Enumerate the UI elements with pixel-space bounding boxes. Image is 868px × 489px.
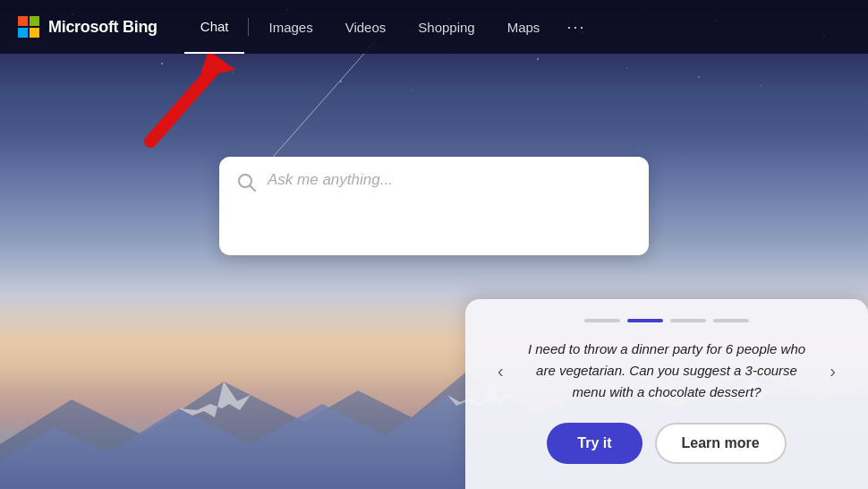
card-dot-2 [627, 319, 663, 322]
search-box[interactable]: Ask me anything... [219, 157, 649, 255]
card-prev-button[interactable]: ‹ [490, 357, 511, 385]
learn-more-button[interactable]: Learn more [655, 423, 787, 464]
logo-area[interactable]: Microsoft Bing [18, 16, 157, 38]
nav-item-shopping[interactable]: Shopping [402, 0, 490, 54]
card-next-button[interactable]: › [822, 357, 843, 385]
nav-item-chat[interactable]: Chat [184, 0, 245, 54]
card-content: ‹ I need to throw a dinner party for 6 p… [490, 339, 843, 403]
brand-name: Microsoft Bing [48, 18, 157, 37]
nav-item-videos[interactable]: Videos [329, 0, 403, 54]
nav-items: Chat Images Videos Shopping Maps ··· [184, 0, 597, 54]
card-dot-4 [713, 319, 749, 322]
nav-more-button[interactable]: ··· [556, 18, 596, 37]
navbar: Microsoft Bing Chat Images Videos Shoppi… [0, 0, 868, 54]
microsoft-logo [18, 16, 39, 38]
search-container: Ask me anything... [219, 157, 649, 255]
card-dot-3 [670, 319, 706, 322]
search-placeholder: Ask me anything... [268, 171, 393, 189]
card-dots [490, 319, 843, 322]
card-buttons: Try it Learn more [490, 423, 843, 464]
try-it-button[interactable]: Try it [547, 423, 642, 464]
card-dot-1 [584, 319, 620, 322]
nav-divider [248, 18, 249, 36]
nav-item-images[interactable]: Images [252, 0, 328, 54]
bottom-card: ‹ I need to throw a dinner party for 6 p… [465, 299, 868, 489]
nav-item-maps[interactable]: Maps [491, 0, 557, 54]
search-icon [237, 173, 257, 197]
card-message: I need to throw a dinner party for 6 peo… [520, 339, 814, 403]
svg-line-9 [250, 185, 255, 191]
